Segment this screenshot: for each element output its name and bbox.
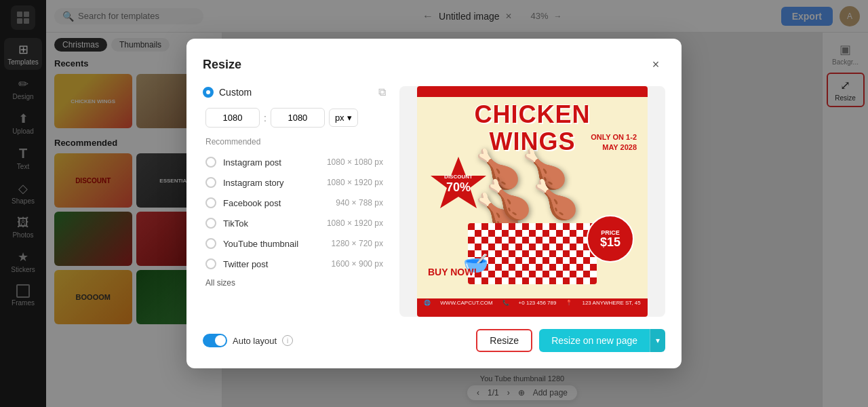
- preview-footer-phone: +0 123 456 789: [519, 300, 557, 306]
- auto-layout-info-icon[interactable]: i: [282, 335, 293, 346]
- size-name-youtube-thumbnail: YouTube thumbnail: [223, 239, 325, 249]
- size-name-instagram-post: Instagram post: [223, 157, 320, 168]
- dialog-overlay: Resize × Custom ⧉ : px: [0, 0, 868, 407]
- unit-value: px: [335, 113, 344, 123]
- size-dims-youtube-thumbnail: 1280 × 720 px: [332, 239, 383, 248]
- size-option-youtube-thumbnail[interactable]: YouTube thumbnail 1280 × 720 px: [203, 233, 386, 254]
- auto-layout-label: Auto layout: [233, 336, 277, 346]
- radio-twitter-post: [205, 258, 216, 269]
- preview-buy-now: BUY NOW!: [428, 267, 477, 277]
- preview-footer: 🌐 WWW.CAPCUT.COM 📞 +0 123 456 789 📍 123 …: [417, 298, 648, 307]
- dimensions-row: : px ▾: [203, 108, 386, 128]
- size-name-tiktok: TikTok: [223, 218, 320, 229]
- size-dims-tiktok: 1080 × 1920 px: [327, 218, 383, 228]
- unit-chevron-icon: ▾: [347, 113, 352, 123]
- size-name-twitter-post: Twitter post: [223, 259, 325, 269]
- size-name-instagram-story: Instagram story: [223, 178, 320, 188]
- dialog-preview: CHICKEN WINGS DISCOUNT 70% ONLY ON 1-2: [399, 86, 665, 317]
- preview-info: ONLY ON 1-2 MAY 2028: [591, 132, 637, 153]
- resize-on-new-page-button[interactable]: Resize on new page: [539, 329, 650, 352]
- auto-layout-toggle[interactable]: [203, 334, 227, 347]
- width-input[interactable]: [205, 108, 260, 128]
- dimension-separator: :: [264, 113, 267, 123]
- preview-wings-emoji-2: 🍗🍗: [486, 178, 579, 222]
- preview-date: MAY 2028: [591, 142, 637, 153]
- resize-new-wrap: Resize on new page ▾: [539, 329, 665, 352]
- resize-new-page-dropdown-button[interactable]: ▾: [650, 329, 665, 352]
- preview-price-badge: PRICE $15: [587, 215, 634, 263]
- resize-dialog: Resize × Custom ⧉ : px: [186, 39, 682, 368]
- size-option-tiktok[interactable]: TikTok 1080 × 1920 px: [203, 213, 386, 233]
- svg-text:70%: 70%: [446, 180, 471, 194]
- copy-icon[interactable]: ⧉: [378, 86, 386, 98]
- dialog-footer: Auto layout i Resize Resize on new page …: [203, 329, 665, 352]
- dialog-controls: Custom ⧉ : px ▾ Recommended: [203, 86, 386, 317]
- dialog-header: Resize ×: [203, 55, 665, 74]
- preview-footer-phone-icon: 📞: [502, 300, 509, 306]
- size-option-instagram-post[interactable]: Instagram post 1080 × 1080 px: [203, 152, 386, 172]
- preview-footer-web: 🌐: [424, 300, 431, 306]
- size-dims-instagram-post: 1080 × 1080 px: [327, 157, 383, 167]
- auto-layout-row: Auto layout i: [203, 334, 469, 347]
- size-dims-twitter-post: 1600 × 900 px: [332, 259, 383, 269]
- radio-youtube-thumbnail: [205, 238, 216, 249]
- size-option-instagram-story[interactable]: Instagram story 1080 × 1920 px: [203, 172, 386, 193]
- size-option-twitter-post[interactable]: Twitter post 1600 × 900 px: [203, 254, 386, 274]
- radio-facebook-post: [205, 197, 216, 208]
- recommended-label: Recommended: [203, 137, 386, 147]
- dialog-close-button[interactable]: ×: [646, 55, 665, 74]
- size-dims-facebook-post: 940 × 788 px: [336, 198, 383, 208]
- custom-label: Custom: [219, 87, 373, 98]
- unit-select[interactable]: px ▾: [329, 109, 358, 127]
- preview-title-line1: CHICKEN: [474, 100, 590, 128]
- radio-instagram-story: [205, 177, 216, 188]
- preview-image: CHICKEN WINGS DISCOUNT 70% ONLY ON 1-2: [417, 86, 648, 317]
- preview-footer-loc-icon: 📍: [566, 300, 572, 306]
- dialog-title: Resize: [203, 58, 241, 72]
- preview-footer-address: 123 ANYWHERE ST, 45: [582, 300, 640, 306]
- radio-tiktok: [205, 218, 216, 229]
- custom-option-row: Custom ⧉: [203, 86, 386, 98]
- preview-footer-web-text: WWW.CAPCUT.COM: [440, 300, 492, 306]
- custom-radio[interactable]: [203, 87, 214, 98]
- size-name-facebook-post: Facebook post: [223, 198, 329, 208]
- all-sizes-link[interactable]: All sizes: [203, 274, 386, 292]
- size-option-facebook-post[interactable]: Facebook post 940 × 788 px: [203, 193, 386, 213]
- radio-instagram-post: [205, 157, 216, 168]
- preview-price-value: $15: [600, 236, 620, 248]
- svg-text:DISCOUNT: DISCOUNT: [444, 174, 473, 180]
- dialog-body: Custom ⧉ : px ▾ Recommended: [203, 86, 665, 317]
- size-dims-instagram-story: 1080 × 1920 px: [327, 178, 383, 187]
- height-input[interactable]: [271, 108, 325, 128]
- resize-button[interactable]: Resize: [476, 329, 532, 352]
- preview-top-border: [417, 86, 648, 97]
- preview-only-on: ONLY ON 1-2: [591, 132, 637, 142]
- preview-bottom-border: [417, 307, 648, 317]
